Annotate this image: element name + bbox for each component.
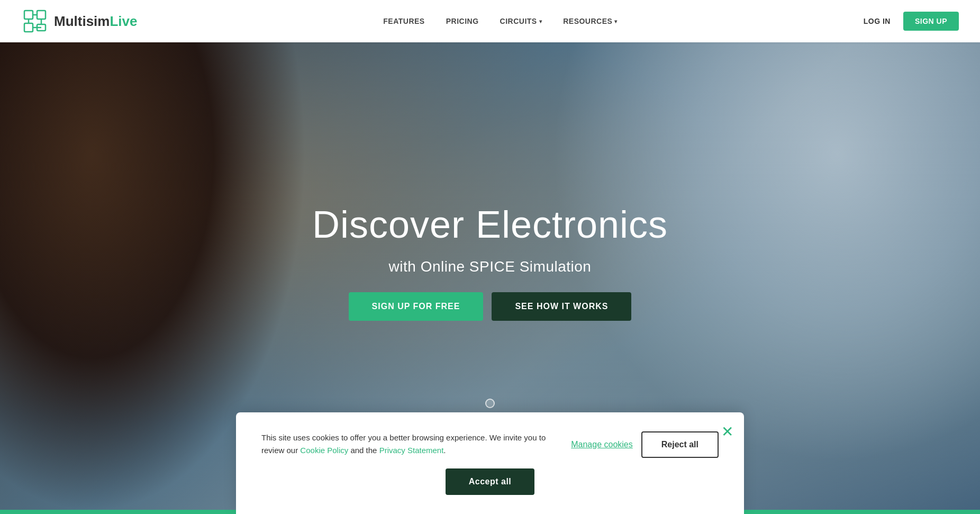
nav-features[interactable]: FEATURES xyxy=(383,17,424,25)
resources-arrow-icon: ▾ xyxy=(614,19,618,24)
privacy-statement-link[interactable]: Privacy Statement xyxy=(379,446,444,455)
accept-all-button[interactable]: Accept all xyxy=(446,468,535,495)
navbar-links: FEATURES PRICING CIRCUITS ▾ RESOURCES ▾ xyxy=(383,17,618,25)
cookie-close-button[interactable]: ✕ xyxy=(721,423,733,440)
scroll-indicator xyxy=(485,399,495,408)
navbar: MultisimLive FEATURES PRICING CIRCUITS ▾… xyxy=(0,0,980,42)
cookie-top-buttons: Manage cookies Reject all xyxy=(571,431,719,458)
hero-subtitle: with Online SPICE Simulation xyxy=(389,258,592,275)
nav-circuits[interactable]: CIRCUITS ▾ xyxy=(500,17,542,25)
brand-name: MultisimLive xyxy=(54,13,137,30)
logo-icon xyxy=(21,7,49,35)
hero-signup-button[interactable]: SIGN UP FOR FREE xyxy=(349,292,484,321)
signup-button[interactable]: SIGN UP xyxy=(903,12,959,31)
circuits-arrow-icon: ▾ xyxy=(539,19,542,24)
hero-see-how-button[interactable]: SEE HOW IT WORKS xyxy=(492,292,631,321)
cookie-accept-row: Accept all xyxy=(261,468,719,495)
cookie-policy-link[interactable]: Cookie Policy xyxy=(300,446,348,455)
hero-cta-buttons: SIGN UP FOR FREE SEE HOW IT WORKS xyxy=(349,292,632,321)
cookie-message: This site uses cookies to offer you a be… xyxy=(261,431,550,457)
cookie-banner: ✕ This site uses cookies to offer you a … xyxy=(236,412,744,514)
cookie-top-row: This site uses cookies to offer you a be… xyxy=(261,431,719,458)
login-button[interactable]: LOG IN xyxy=(864,17,891,25)
hero-content: Discover Electronics with Online SPICE S… xyxy=(312,204,668,321)
reject-all-button[interactable]: Reject all xyxy=(641,431,719,458)
nav-pricing[interactable]: PRICING xyxy=(446,17,479,25)
manage-cookies-button[interactable]: Manage cookies xyxy=(571,440,633,449)
scroll-dot xyxy=(485,399,495,408)
hero-title: Discover Electronics xyxy=(312,204,668,246)
navbar-logo-area: MultisimLive xyxy=(21,7,137,35)
nav-resources[interactable]: RESOURCES ▾ xyxy=(563,17,618,25)
navbar-auth: LOG IN SIGN UP xyxy=(864,12,959,31)
